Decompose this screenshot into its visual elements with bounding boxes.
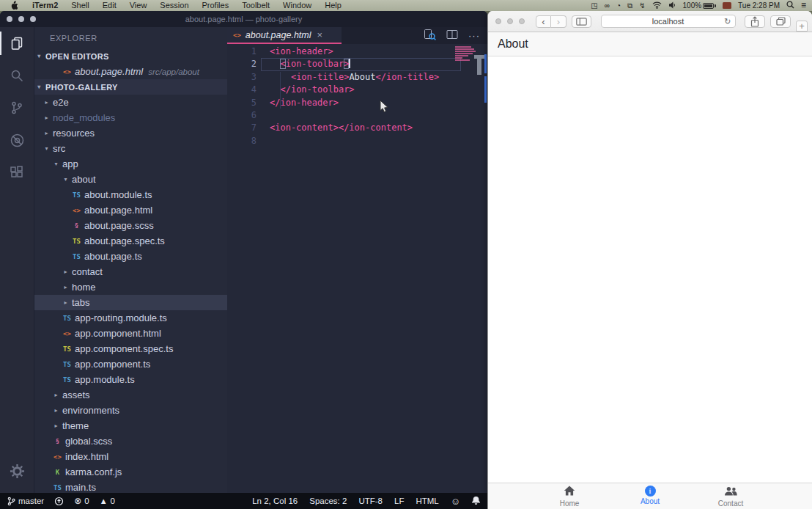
open-editors-header[interactable]: ▾OPEN EDITORS [34,48,227,64]
forward-button[interactable]: › [551,15,566,28]
ionic-tab-contact[interactable]: Contact [690,483,771,509]
tree-file-about.module.ts[interactable]: TSabout.module.ts [34,187,227,202]
tree-file-about.page.spec.ts[interactable]: TSabout.page.spec.ts [34,233,227,249]
menu-item-toolbelt[interactable]: Toolbelt [235,0,276,11]
explorer-icon[interactable] [0,27,34,59]
menu-item-iterm2[interactable]: iTerm2 [26,0,64,11]
wifi-icon[interactable] [652,1,662,10]
code-line-8[interactable]: 8 [227,135,487,147]
vscode-titlebar[interactable]: about.page.html — photo-gallery [0,11,487,27]
menu-bar-clock[interactable]: Tue 2:28 PM [738,0,780,11]
tree-folder-src[interactable]: ▾src [34,141,227,156]
code-line-6[interactable]: 6 [227,109,487,122]
menu-item-edit[interactable]: Edit [96,0,123,11]
open-preview-icon[interactable] [424,29,436,43]
editor-scrollbar[interactable] [477,59,481,75]
new-tab-button[interactable]: + [796,21,808,32]
code-line-7[interactable]: 7<ion-content></ion-content> [227,122,487,134]
warnings-indicator[interactable]: ▲0 [100,497,115,505]
tree-file-app.module.ts[interactable]: TSapp.module.ts [34,372,227,387]
tree-file-karma.conf.js[interactable]: Kkarma.conf.js [34,464,227,480]
spotlight-icon[interactable] [786,1,794,10]
code-line-4[interactable]: 4 </ion-toolbar> [227,84,487,96]
errors-indicator[interactable]: ⊗0 [74,496,89,506]
more-actions-icon[interactable]: ··· [468,30,480,41]
cursor-position-indicator[interactable]: Ln 2, Col 16 [252,497,298,505]
apple-menu-icon[interactable] [10,1,18,10]
sidebar-toggle-button[interactable] [572,15,591,28]
minimap[interactable] [455,46,476,62]
tree-folder-home[interactable]: ▸home [34,279,227,295]
energy-icon[interactable]: ↯ [639,0,645,11]
encoding-indicator[interactable]: UTF-8 [358,497,383,505]
tree-folder-about[interactable]: ▾about [34,172,227,187]
time-machine-icon[interactable]: ∞ [605,0,610,11]
tree-folder-e2e[interactable]: ▸e2e [34,95,227,110]
open-editor-item[interactable]: <>about.page.htmlsrc/app/about [34,64,227,79]
menu-item-profiles[interactable]: Profiles [196,0,236,11]
tree-file-app.component.html[interactable]: <>app.component.html [34,326,227,341]
tree-folder-theme[interactable]: ▸theme [34,418,227,433]
language-mode-indicator[interactable]: HTML [416,497,438,505]
debug-icon[interactable] [0,124,34,156]
safari-toolbar[interactable]: ‹ › localhost ↻ + [488,11,812,32]
code-line-2[interactable]: 2 <ion-toolbar> [227,58,487,70]
settings-gear-icon[interactable] [0,455,34,487]
menu-item-shell[interactable]: Shell [64,0,95,11]
project-root-header[interactable]: ▾PHOTO-GALLERY [34,79,227,95]
battery-indicator[interactable]: 100% [683,0,717,11]
screen-record-icon[interactable]: ◳ [591,0,597,11]
search-icon[interactable] [0,59,34,92]
indentation-indicator[interactable]: Spaces: 2 [309,497,347,505]
close-window-button[interactable] [495,18,501,24]
source-control-icon[interactable] [0,92,34,124]
menu-item-view[interactable]: View [123,0,154,11]
tree-folder-node_modules[interactable]: ▸node_modules [34,110,227,125]
tree-file-app-routing.module.ts[interactable]: TSapp-routing.module.ts [34,310,227,326]
tree-folder-tabs[interactable]: ▸tabs [34,295,227,310]
notifications-bell-icon[interactable] [472,496,480,507]
eol-indicator[interactable]: LF [394,497,404,505]
address-bar[interactable]: localhost ↻ [601,15,736,28]
publish-changes-button[interactable] [54,497,64,506]
ionic-tab-about[interactable]: iAbout [610,483,690,509]
code-line-3[interactable]: 3 <ion-title>About</ion-title> [227,71,487,84]
tree-file-app.component.ts[interactable]: TSapp.component.ts [34,356,227,372]
git-branch-indicator[interactable]: master [7,497,44,506]
ionic-tab-home[interactable]: Home [529,483,610,509]
tree-file-app.component.spec.ts[interactable]: TSapp.component.spec.ts [34,341,227,356]
extensions-icon[interactable] [0,156,34,188]
menu-item-session[interactable]: Session [153,0,195,11]
split-editor-icon[interactable] [446,29,458,43]
menu-item-window[interactable]: Window [276,0,318,11]
back-button[interactable]: ‹ [536,15,551,28]
code-line-1[interactable]: 1<ion-header> [227,45,487,58]
tree-file-about.page.scss[interactable]: §about.page.scss [34,218,227,233]
tree-folder-app[interactable]: ▾app [34,156,227,172]
notification-center-icon[interactable]: ≡ [801,0,806,11]
share-button[interactable] [745,15,765,28]
reload-icon[interactable]: ↻ [724,17,731,26]
tree-file-global.scss[interactable]: §global.scss [34,433,227,449]
tree-file-index.html[interactable]: <>index.html [34,449,227,464]
volume-icon[interactable] [668,1,676,10]
tree-folder-contact[interactable]: ▸contact [34,264,227,279]
tree-folder-environments[interactable]: ▸environments [34,403,227,418]
clock-icon[interactable]: ◔ [616,0,621,11]
tab-about-page-html[interactable]: <> about.page.html × [227,27,342,44]
tab-close-icon[interactable]: × [317,29,323,40]
minimize-window-button[interactable] [507,18,513,24]
window-controls[interactable] [495,18,525,24]
tree-file-about.page.ts[interactable]: TSabout.page.ts [34,249,227,264]
tab-overview-button[interactable] [770,15,791,28]
menu-item-help[interactable]: Help [318,0,348,11]
tree-folder-assets[interactable]: ▸assets [34,387,227,403]
zoom-window-button[interactable] [519,18,525,24]
tree-file-about.page.html[interactable]: <>about.page.html [34,202,227,218]
display-mirroring-icon[interactable]: ⧉ [627,0,632,11]
input-source-flag-icon[interactable] [723,2,731,9]
tree-folder-resources[interactable]: ▸resources [34,125,227,141]
code-line-5[interactable]: 5</ion-header> [227,97,487,109]
feedback-smiley-icon[interactable]: ☺ [451,496,460,507]
code-area[interactable]: 1<ion-header>2 <ion-toolbar>3 <ion-title… [227,44,487,493]
